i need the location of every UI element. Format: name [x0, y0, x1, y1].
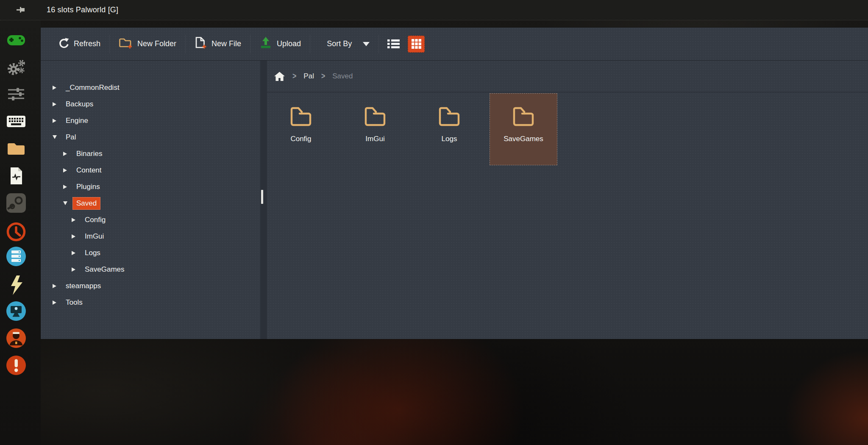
folder-icon	[510, 104, 537, 128]
chevron-right-icon[interactable]	[63, 152, 69, 156]
chevron-right-icon[interactable]	[53, 86, 58, 90]
folder-icon[interactable]	[6, 139, 26, 158]
file-activity-icon[interactable]	[6, 166, 26, 186]
tree-item-steamapps[interactable]: steamapps	[41, 278, 260, 294]
game-background: 16 slots Palworld [G]	[0, 0, 868, 445]
upload-button[interactable]: Upload	[250, 28, 310, 61]
tree-item-config[interactable]: Config	[41, 211, 260, 228]
file-manager-toolbar: Refresh New Folder	[41, 28, 868, 61]
folder-tile-config[interactable]: Config	[267, 93, 335, 165]
tree-item-label: _CommonRedist	[62, 81, 123, 94]
grid-view-button[interactable]	[408, 36, 425, 53]
tree-item-label: Saved	[72, 197, 100, 210]
gears-icon[interactable]	[6, 58, 26, 77]
tree-item-label: Tools	[62, 296, 86, 309]
chevron-right-icon[interactable]	[72, 267, 78, 272]
new-file-icon	[195, 36, 207, 51]
tree-item-savegames[interactable]: SaveGames	[41, 261, 260, 278]
chevron-down-icon	[363, 42, 370, 46]
tree-item-label: ImGui	[81, 230, 108, 243]
home-icon[interactable]	[274, 71, 285, 82]
backup-list-icon[interactable]	[6, 247, 26, 266]
tree-item-label: Content	[72, 164, 106, 177]
toolbar-separator	[310, 35, 310, 53]
folder-tile-label: SaveGames	[504, 135, 543, 143]
tree-item-backups[interactable]: Backups	[41, 96, 260, 112]
lightning-icon[interactable]	[6, 275, 26, 295]
tree-expand-triangle	[63, 168, 67, 172]
breadcrumb: >Pal>Saved	[267, 61, 868, 92]
tree-expand-triangle	[63, 185, 67, 189]
tree-expand-triangle	[53, 102, 56, 106]
window-titlebar: 16 slots Palworld [G]	[0, 0, 868, 20]
chevron-down-icon[interactable]	[53, 135, 58, 139]
chevron-right-icon[interactable]	[53, 284, 58, 288]
keyboard-icon[interactable]	[6, 111, 26, 131]
new-file-button[interactable]: New File	[186, 28, 250, 61]
tree-item-label: Pal	[62, 131, 80, 144]
tree-expand-triangle	[72, 218, 75, 222]
new-folder-label: New Folder	[137, 39, 176, 48]
chevron-right-icon[interactable]	[72, 251, 78, 255]
pin-sidebar-icon[interactable]	[15, 5, 26, 16]
tree-item-tools[interactable]: Tools	[41, 294, 260, 311]
folder-tile-label: ImGui	[365, 135, 384, 143]
tree-item-plugins[interactable]: Plugins	[41, 178, 260, 195]
tree-item-saved[interactable]: Saved	[41, 195, 260, 211]
tree-item-label: Logs	[81, 247, 104, 259]
clock-icon[interactable]	[6, 222, 26, 242]
folder-tile-logs[interactable]: Logs	[415, 93, 483, 165]
folder-tree: _CommonRedistBackupsEnginePalBinariesCon…	[41, 61, 260, 339]
sort-by-label: Sort By	[327, 39, 352, 48]
steam-icon[interactable]	[6, 193, 26, 213]
tree-scrollbar[interactable]	[260, 61, 267, 339]
tree-item-label: Binaries	[72, 147, 106, 160]
tree-item-label: Config	[81, 214, 109, 226]
chevron-right-icon[interactable]	[53, 300, 58, 305]
tree-item-label: Plugins	[72, 181, 104, 193]
tree-item-label: Engine	[62, 114, 92, 127]
list-view-icon	[387, 39, 400, 49]
chevron-right-icon[interactable]	[72, 234, 78, 239]
tree-item-logs[interactable]: Logs	[41, 245, 260, 261]
tree-expand-triangle	[53, 284, 56, 288]
chevron-right-icon[interactable]	[63, 168, 69, 172]
folder-tile-savegames[interactable]: SaveGames	[490, 93, 557, 165]
sliders-icon[interactable]	[6, 85, 26, 104]
new-folder-button[interactable]: New Folder	[110, 28, 185, 61]
scrollbar-thumb[interactable]	[261, 190, 263, 204]
folder-icon	[436, 104, 463, 128]
webcam-icon[interactable]	[6, 301, 26, 321]
chevron-right-icon[interactable]	[63, 185, 69, 189]
list-view-button[interactable]	[385, 36, 402, 53]
chevron-right-icon[interactable]	[53, 102, 58, 106]
tree-item-pal[interactable]: Pal	[41, 129, 260, 145]
new-folder-icon	[119, 37, 133, 51]
tree-item-label: steamapps	[62, 280, 105, 292]
tree-item-_commonredist[interactable]: _CommonRedist	[41, 79, 260, 96]
chevron-down-icon[interactable]	[63, 201, 69, 205]
tree-item-binaries[interactable]: Binaries	[41, 145, 260, 162]
folder-icon	[287, 104, 314, 128]
alert-icon[interactable]	[6, 356, 26, 375]
breadcrumb-item-pal[interactable]: Pal	[303, 72, 314, 81]
tree-expand-triangle	[72, 234, 75, 239]
refresh-icon	[58, 37, 69, 51]
new-file-label: New File	[211, 39, 241, 48]
tree-item-content[interactable]: Content	[41, 162, 260, 178]
refresh-button[interactable]: Refresh	[49, 28, 109, 61]
toolbar-separator	[378, 35, 379, 53]
file-manager-body: _CommonRedistBackupsEnginePalBinariesCon…	[41, 61, 868, 339]
tree-item-imgui[interactable]: ImGui	[41, 228, 260, 245]
chevron-right-icon[interactable]	[72, 218, 78, 222]
tree-item-engine[interactable]: Engine	[41, 112, 260, 129]
folder-tile-imgui[interactable]: ImGui	[341, 93, 409, 165]
user-icon[interactable]	[6, 328, 26, 348]
chevron-right-icon: >	[321, 72, 325, 81]
gamepad-icon[interactable]	[6, 30, 26, 50]
tree-expand-triangle	[53, 119, 56, 123]
upload-label: Upload	[277, 39, 301, 48]
sort-by-dropdown[interactable]: Sort By	[318, 28, 378, 61]
chevron-right-icon[interactable]	[53, 119, 58, 123]
tree-expand-triangle	[63, 152, 67, 156]
